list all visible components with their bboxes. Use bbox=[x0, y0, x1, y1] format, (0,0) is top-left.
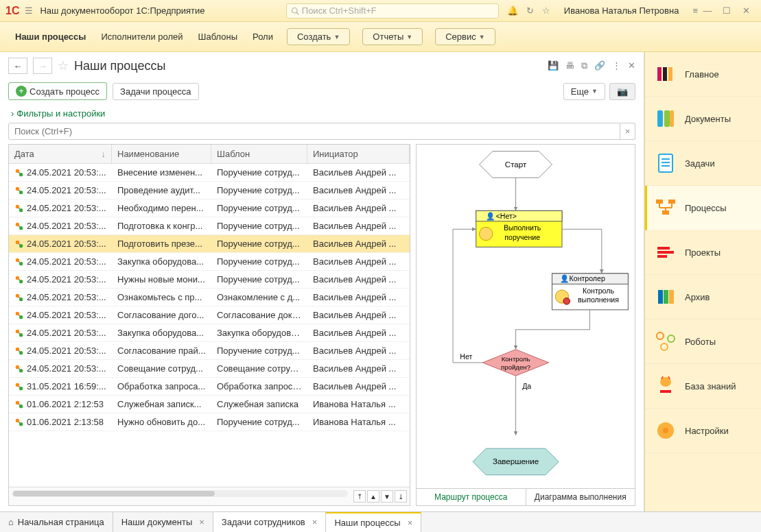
process-tasks-button[interactable]: Задачи процесса bbox=[113, 83, 199, 100]
table-row[interactable]: 24.05.2021 20:53:... Согласование дого..… bbox=[9, 306, 410, 324]
app-title: Наш документооборот 1С:Предприятие bbox=[40, 5, 204, 16]
svg-text:пройден?: пройден? bbox=[501, 363, 530, 371]
close-button[interactable]: ✕ bbox=[736, 5, 756, 16]
username[interactable]: Иванова Наталья Петровна bbox=[564, 5, 679, 16]
camera-button[interactable]: 📷 bbox=[609, 83, 635, 100]
svg-rect-4 bbox=[19, 172, 20, 173]
maximize-button[interactable]: ☐ bbox=[717, 5, 736, 16]
nav-first-icon[interactable]: ⤒ bbox=[353, 490, 366, 503]
bottom-tab[interactable]: Наши процессы× bbox=[326, 512, 421, 532]
history-icon[interactable]: ↻ bbox=[526, 5, 534, 16]
close-icon[interactable]: × bbox=[408, 518, 413, 528]
table-row[interactable]: 24.05.2021 20:53:... Закупка оборудова..… bbox=[9, 324, 410, 342]
tab-roles[interactable]: Роли bbox=[251, 29, 274, 45]
filters-toggle[interactable]: › Фильтры и настройки bbox=[0, 106, 644, 123]
col-name[interactable]: Наименование bbox=[112, 145, 211, 163]
diagram-tab-exec[interactable]: Диаграмма выполнения bbox=[526, 489, 635, 505]
more-icon[interactable]: ⋮ bbox=[612, 60, 621, 71]
table-row[interactable]: 01.06.2021 2:13:58 Нужно обновить до... … bbox=[9, 413, 410, 431]
global-search[interactable]: Поиск Ctrl+Shift+F bbox=[286, 3, 499, 19]
bottom-tab-home[interactable]: ⌂ Начальная страница bbox=[0, 512, 113, 532]
svg-rect-43 bbox=[19, 404, 20, 405]
svg-rect-31 bbox=[19, 332, 20, 334]
svg-point-104 bbox=[668, 335, 675, 342]
sidebar-item-2[interactable]: Задачи bbox=[645, 141, 761, 186]
col-template[interactable]: Шаблон bbox=[211, 145, 307, 163]
hamburger-icon[interactable]: ☰ bbox=[25, 5, 33, 16]
table-row[interactable]: 24.05.2021 20:53:... Подготовить презе..… bbox=[9, 235, 410, 253]
nav-up-icon[interactable]: ▲ bbox=[367, 490, 379, 503]
table-header: Дата↓ Наименование Шаблон Инициатор bbox=[9, 145, 410, 164]
col-initiator[interactable]: Инициатор bbox=[307, 145, 410, 163]
nav-back[interactable]: ← bbox=[8, 58, 27, 74]
table-row[interactable]: 24.05.2021 20:53:... Подготовка к конгр.… bbox=[9, 217, 410, 235]
col-date[interactable]: Дата↓ bbox=[9, 145, 112, 163]
save-icon[interactable]: 💾 bbox=[548, 60, 559, 71]
more-dropdown[interactable]: Еще ▼ bbox=[563, 83, 605, 100]
sidebar-icon bbox=[655, 286, 677, 308]
reports-dropdown[interactable]: Отчеты ▼ bbox=[362, 28, 423, 45]
table-row[interactable]: 24.05.2021 20:53:... Закупка оборудова..… bbox=[9, 253, 410, 271]
preview-icon[interactable]: ⧉ bbox=[581, 60, 587, 71]
table-row[interactable]: 24.05.2021 20:53:... Нужны новые мони...… bbox=[9, 271, 410, 289]
diagram[interactable]: Старт 👤 <Нет> Выполнить поручение bbox=[416, 144, 635, 489]
link-icon[interactable]: 🔗 bbox=[594, 60, 605, 71]
sidebar-item-0[interactable]: Главное bbox=[645, 52, 761, 97]
sidebar-item-5[interactable]: Архив bbox=[645, 275, 761, 319]
settings-icon[interactable]: ≡ bbox=[692, 5, 698, 16]
tab-processes[interactable]: Наши процессы bbox=[14, 29, 87, 45]
bottom-tab[interactable]: Наши документы× bbox=[113, 512, 213, 532]
svg-rect-83 bbox=[657, 110, 663, 127]
table-row[interactable]: 24.05.2021 20:53:... Совещание сотруд...… bbox=[9, 360, 410, 378]
sidebar-item-6[interactable]: Роботы bbox=[645, 319, 761, 364]
svg-point-53 bbox=[480, 227, 493, 240]
service-dropdown[interactable]: Сервис ▼ bbox=[435, 28, 495, 45]
tab-templates[interactable]: Шаблоны bbox=[197, 29, 239, 45]
search-field: × bbox=[8, 123, 635, 140]
sidebar-item-1[interactable]: Документы bbox=[645, 97, 761, 141]
nav-forward[interactable]: → bbox=[33, 58, 52, 74]
titlebar-right: 🔔 ↻ ☆ Иванова Наталья Петровна ≡ bbox=[507, 5, 698, 16]
sidebar-icon bbox=[655, 152, 677, 174]
tab-role-performers[interactable]: Исполнители ролей bbox=[99, 29, 184, 45]
favorite-star-icon[interactable]: ☆ bbox=[58, 58, 69, 73]
sidebar-icon bbox=[655, 63, 677, 85]
close-icon[interactable]: × bbox=[199, 517, 204, 527]
search-clear-button[interactable]: × bbox=[620, 123, 635, 140]
star-icon[interactable]: ☆ bbox=[542, 5, 550, 16]
bell-icon[interactable]: 🔔 bbox=[507, 5, 518, 16]
nav-last-icon[interactable]: ⤓ bbox=[395, 490, 407, 503]
sidebar-item-8[interactable]: Настройки bbox=[645, 409, 761, 453]
svg-text:👤: 👤 bbox=[560, 274, 570, 283]
svg-rect-102 bbox=[669, 290, 674, 304]
table-row[interactable]: 24.05.2021 20:53:... Необходимо перен...… bbox=[9, 200, 410, 217]
table-row[interactable]: 24.05.2021 20:53:... Согласование прай..… bbox=[9, 342, 410, 360]
nav-down-icon[interactable]: ▼ bbox=[381, 490, 393, 503]
table-row[interactable]: 31.05.2021 16:59:... Обработка запроса..… bbox=[9, 378, 410, 396]
table-row[interactable]: 01.06.2021 2:12:53 Служебная записк... С… bbox=[9, 396, 410, 413]
minimize-button[interactable]: — bbox=[698, 5, 717, 16]
svg-rect-25 bbox=[19, 297, 20, 298]
create-process-button[interactable]: + Создать процесс bbox=[8, 82, 107, 100]
sidebar-label: Архив bbox=[685, 292, 710, 302]
bottom-tab[interactable]: Задачи сотрудников× bbox=[213, 512, 327, 532]
sidebar-item-4[interactable]: Проекты bbox=[645, 230, 761, 275]
svg-rect-90 bbox=[656, 200, 663, 204]
sidebar-item-3[interactable]: Процессы bbox=[645, 186, 761, 230]
table-row[interactable]: 24.05.2021 20:53:... Внесение изменен...… bbox=[9, 164, 410, 182]
print-icon[interactable]: 🖶 bbox=[565, 60, 574, 71]
sidebar-icon bbox=[655, 375, 677, 397]
content: ← → ☆ Наши процессы 💾 🖶 ⧉ 🔗 ⋮ ✕ + Создат… bbox=[0, 52, 644, 511]
close-icon[interactable]: × bbox=[312, 517, 318, 527]
svg-rect-91 bbox=[668, 200, 675, 204]
table-search-input[interactable] bbox=[8, 123, 620, 140]
sidebar-label: Документы bbox=[685, 114, 731, 124]
sidebar-item-7[interactable]: База знаний bbox=[645, 364, 761, 409]
close-page-icon[interactable]: ✕ bbox=[628, 60, 635, 71]
diagram-start: Старт bbox=[505, 160, 527, 169]
create-dropdown[interactable]: Создать ▼ bbox=[287, 28, 350, 45]
diagram-tab-route[interactable]: Маршрут процесса bbox=[417, 489, 526, 505]
table-row[interactable]: 24.05.2021 20:53:... Ознакомьтесь с пр..… bbox=[9, 289, 410, 306]
horizontal-scrollbar[interactable] bbox=[12, 490, 348, 497]
table-row[interactable]: 24.05.2021 20:53:... Проведение аудит...… bbox=[9, 182, 410, 200]
